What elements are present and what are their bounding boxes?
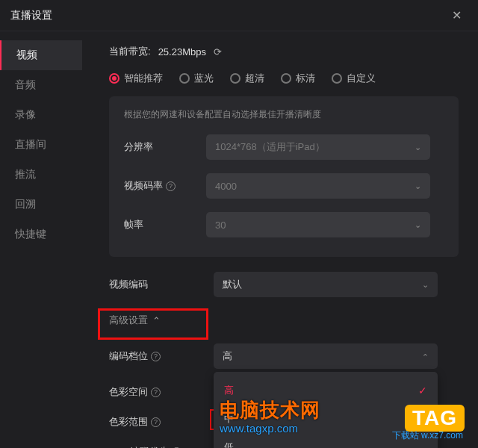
auto-select-0[interactable]: 1024*768（适用于iPad）⌄ (206, 134, 430, 160)
quality-radio-4[interactable]: 自定义 (332, 72, 376, 85)
radio-icon (281, 73, 291, 84)
sidebar-item-0[interactable]: 视频 (0, 40, 82, 70)
quality-radio-1[interactable]: 蓝光 (179, 72, 214, 85)
quality-radio-2[interactable]: 超清 (230, 72, 264, 85)
sidebar-item-5[interactable]: 回溯 (0, 190, 82, 220)
help-icon[interactable]: ? (166, 181, 176, 191)
check-icon: ✓ (418, 385, 427, 396)
auto-select-2[interactable]: 30⌄ (206, 212, 430, 237)
quality-radio-3[interactable]: 标清 (281, 72, 315, 85)
gpu-encode-label: GPU编码优先 ? (109, 445, 214, 448)
encoding-profile-row: 编码档位 ? 高 ⌄ 高✓中低 (109, 343, 459, 369)
help-icon[interactable]: ? (151, 417, 161, 427)
chevron-down-icon: ⌄ (415, 143, 421, 152)
content: 当前带宽: 25.23Mbps ⟳ 智能推荐蓝光超清标清自定义 根据您的网速和设… (82, 31, 478, 448)
auto-panel: 根据您的网速和设备配置自动选择最佳开播清晰度 分辨率1024*768（适用于iP… (109, 96, 459, 257)
quality-radios: 智能推荐蓝光超清标清自定义 (109, 72, 459, 85)
sidebar-item-6[interactable]: 快捷键 (0, 220, 82, 249)
watermark-tag: TAG (405, 405, 465, 432)
advanced-toggle[interactable]: 高级设置 ⌃ (109, 314, 459, 327)
auto-select-1[interactable]: 4000⌄ (206, 173, 430, 199)
sidebar-item-2[interactable]: 录像 (0, 100, 82, 130)
bandwidth-label: 当前带宽: (109, 45, 151, 58)
refresh-icon[interactable]: ⟳ (214, 46, 222, 57)
radio-icon (332, 73, 342, 84)
video-encoding-row: 视频编码 默认 ⌄ (109, 272, 459, 297)
video-encoding-label: 视频编码 (109, 278, 214, 291)
help-icon[interactable]: ? (151, 388, 161, 397)
settings-window: 直播设置 ✕ 视频音频录像直播间推流回溯快捷键 当前带宽: 25.23Mbps … (0, 0, 478, 448)
chevron-down-icon: ⌄ (422, 280, 429, 290)
auto-row-1: 视频码率?4000⌄ (124, 173, 444, 199)
sidebar-item-3[interactable]: 直播间 (0, 130, 82, 160)
video-encoding-select[interactable]: 默认 ⌄ (214, 272, 438, 297)
titlebar: 直播设置 ✕ (0, 0, 478, 31)
bandwidth-value: 25.23Mbps (158, 46, 206, 57)
colorrange-label: 色彩范围 ? (109, 415, 214, 429)
bandwidth-row: 当前带宽: 25.23Mbps ⟳ (109, 45, 459, 58)
help-icon[interactable]: ? (151, 352, 161, 361)
radio-icon (109, 73, 120, 84)
chevron-down-icon: ⌄ (415, 181, 421, 191)
profile-option-0[interactable]: 高✓ (214, 376, 438, 405)
sidebar-item-1[interactable]: 音频 (0, 70, 82, 100)
auto-row-0: 分辨率1024*768（适用于iPad）⌄ (124, 134, 444, 160)
encoding-profile-label: 编码档位 ? (109, 349, 214, 363)
sidebar-item-4[interactable]: 推流 (0, 160, 82, 190)
colorspace-label: 色彩空间 ? (109, 385, 214, 399)
chevron-down-icon: ⌄ (415, 220, 421, 230)
window-title: 直播设置 (10, 9, 446, 22)
radio-icon (230, 73, 240, 84)
watermark-site: 下载站 w.xz7.com (392, 429, 463, 442)
sidebar: 视频音频录像直播间推流回溯快捷键 (0, 31, 82, 448)
auto-row-2: 帧率30⌄ (124, 212, 444, 237)
auto-desc: 根据您的网速和设备配置自动选择最佳开播清晰度 (124, 108, 444, 121)
quality-radio-0[interactable]: 智能推荐 (109, 72, 163, 85)
body: 视频音频录像直播间推流回溯快捷键 当前带宽: 25.23Mbps ⟳ 智能推荐蓝… (0, 31, 478, 448)
chevron-up-icon: ⌄ (422, 352, 429, 361)
encoding-profile-select[interactable]: 高 ⌄ (214, 343, 438, 369)
chevron-up-icon: ⌃ (152, 315, 161, 326)
close-icon[interactable]: ✕ (446, 5, 468, 25)
radio-icon (179, 73, 190, 84)
